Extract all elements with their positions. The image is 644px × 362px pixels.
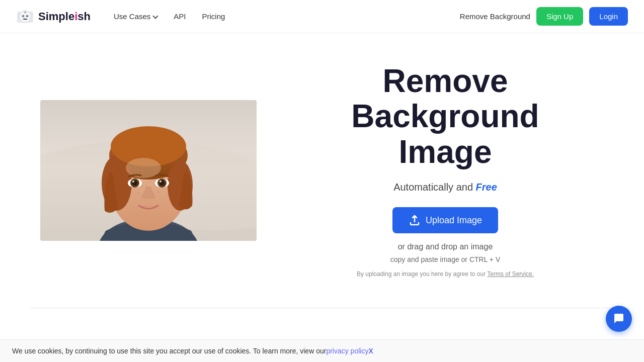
svg-rect-6: [23, 19, 27, 20]
tos-text: By uploading an image you here by agree …: [357, 270, 534, 278]
logo-icon: [16, 8, 34, 26]
svg-point-8: [23, 16, 24, 17]
svg-point-29: [138, 193, 139, 194]
hero-section: Remove Background Image Automatically an…: [0, 33, 644, 308]
hero-portrait: [40, 100, 257, 241]
nav-use-cases[interactable]: Use Cases: [107, 8, 165, 25]
svg-point-24: [132, 180, 134, 183]
svg-point-32: [158, 192, 159, 193]
nav-remove-bg[interactable]: Remove Background: [460, 12, 530, 21]
paste-text: copy and paste image or CTRL + V: [390, 255, 501, 263]
login-button[interactable]: Login: [589, 7, 628, 26]
nav-pricing[interactable]: Pricing: [195, 8, 232, 25]
hero-image-area: [40, 100, 257, 241]
signup-button[interactable]: Sign Up: [536, 7, 583, 26]
svg-point-28: [159, 180, 162, 183]
hero-title: Remove Background Image: [351, 63, 539, 169]
svg-point-31: [153, 193, 154, 195]
tos-link[interactable]: Terms of Service.: [487, 270, 534, 278]
upload-image-button[interactable]: Upload Image: [392, 207, 498, 233]
logo[interactable]: Simpleish: [16, 8, 91, 26]
section-divider: [30, 308, 614, 308]
navbar: Simpleish Use Cases API Pricing Remove B…: [0, 0, 644, 33]
use-cases-chevron-icon: [153, 13, 158, 19]
svg-point-9: [27, 16, 28, 17]
drag-drop-text: or drag and drop an image: [398, 242, 493, 251]
nav-right: Remove Background Sign Up Login: [460, 7, 628, 26]
nav-api[interactable]: API: [167, 8, 193, 25]
hero-content: Remove Background Image Automatically an…: [287, 63, 604, 278]
upload-icon: [409, 214, 421, 226]
hero-subtitle: Automatically and Free: [393, 182, 497, 193]
nav-links: Use Cases API Pricing: [107, 8, 460, 25]
svg-point-30: [143, 194, 144, 196]
svg-rect-7: [24, 12, 26, 13]
logo-text: Simpleish: [38, 10, 91, 23]
